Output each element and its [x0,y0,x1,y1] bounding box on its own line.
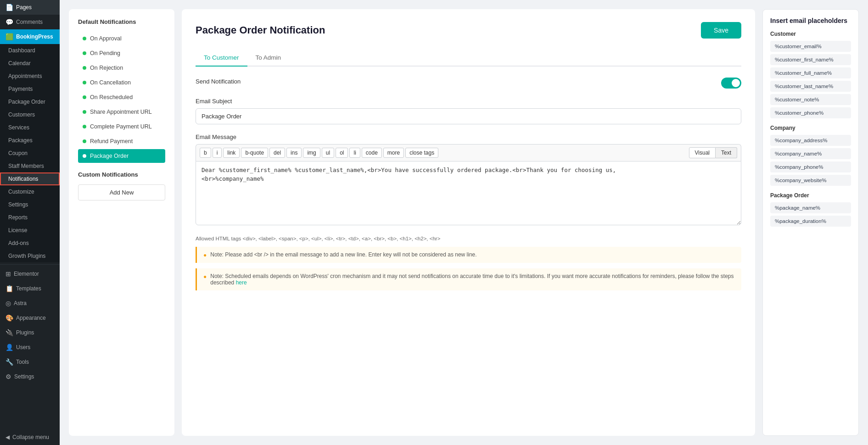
sidebar-item-dashboard[interactable]: Dashboard [0,44,60,57]
placeholders-title: Insert email placeholders [770,17,851,24]
toolbar-btn-li[interactable]: li [349,148,360,158]
bookingpress-icon: 🟩 [6,33,13,40]
toolbar-btn-more[interactable]: more [383,148,404,158]
sidebar-item-customers[interactable]: Customers [0,108,60,121]
notif-item-on-rejection[interactable]: On Rejection [78,61,165,75]
notif-item-complete-payment-url[interactable]: Complete Payment URL [78,120,165,134]
collapse-menu-btn[interactable]: ◀ Collapse menu [0,429,60,445]
sidebar-item-customize[interactable]: Customize [0,185,60,198]
notif-item-package-order[interactable]: Package Order [78,149,165,163]
templates-icon: 📋 [6,285,13,292]
notif-dot-on-cancellation [83,81,86,84]
sidebar-item-settings-bottom[interactable]: ⚙ Settings [0,369,60,384]
notif-item-on-cancellation[interactable]: On Cancellation [78,76,165,89]
toolbar-btn-bquote[interactable]: b-quote [241,148,268,158]
sidebar-item-templates[interactable]: 📋 Templates [0,281,60,296]
placeholder-customer-note[interactable]: %customer_note% [770,94,851,105]
tab-to-customer[interactable]: To Customer [196,50,247,67]
save-button[interactable]: Save [701,22,741,39]
send-notification-toggle[interactable] [721,78,741,89]
toolbar-btn-ins[interactable]: ins [286,148,302,158]
notif-item-on-rescheduled[interactable]: On Rescheduled [78,90,165,104]
placeholder-customer-phone[interactable]: %customer_phone% [770,107,851,118]
send-notification-row: Send Notification [196,78,741,89]
sidebar-item-appearance[interactable]: 🎨 Appearance [0,311,60,325]
sidebar-item-pages[interactable]: 📄 Pages [0,0,60,15]
toolbar-btn-del[interactable]: del [269,148,285,158]
send-notification-label: Send Notification [196,78,241,85]
notif-item-on-pending[interactable]: On Pending [78,46,165,60]
add-new-button[interactable]: Add New [78,184,165,200]
toolbar-btn-ol[interactable]: ol [336,148,348,158]
placeholders-panel: Insert email placeholders Customer %cust… [762,9,859,436]
placeholder-section-customer: Customer [770,31,851,37]
toolbar-btn-img[interactable]: img [303,148,320,158]
pages-icon: 📄 [6,4,13,11]
note-text-2: Note: Scheduled emails depends on WordPr… [210,273,735,286]
sidebar-item-license[interactable]: License [0,224,60,237]
toolbar-btn-close-tags[interactable]: close tags [405,148,438,158]
sidebar-item-addons[interactable]: Add-ons [0,237,60,250]
email-message-label: Email Message [196,134,741,140]
notification-tabs: To Customer To Admin [196,50,741,67]
notif-item-on-approval[interactable]: On Approval [78,32,165,45]
email-subject-label: Email Subject [196,98,741,105]
placeholder-company-phone[interactable]: %company_phone% [770,161,851,172]
panel-header: Package Order Notification Save [196,22,741,39]
sidebar-item-calendar[interactable]: Calendar [0,57,60,70]
sidebar-item-tools[interactable]: 🔧 Tools [0,355,60,369]
main-content: Default Notifications On Approval On Pen… [60,0,868,445]
note-icon-1: ● [203,252,207,258]
content-area: Default Notifications On Approval On Pen… [60,0,868,445]
plugins-icon: 🔌 [6,329,13,336]
placeholder-company-name[interactable]: %company_name% [770,148,851,159]
sidebar-item-appointments[interactable]: Appointments [0,70,60,83]
toolbar-btn-b[interactable]: b [200,148,211,158]
visual-tab[interactable]: Visual [689,147,716,158]
placeholder-section-package-order: Package Order [770,192,851,199]
sidebar-item-reports[interactable]: Reports [0,211,60,224]
placeholder-company-address[interactable]: %company_address% [770,135,851,146]
placeholder-package-duration[interactable]: %package_duration% [770,216,851,227]
placeholder-section-company: Company [770,125,851,131]
toolbar-btn-ul[interactable]: ul [322,148,334,158]
notif-item-refund-payment[interactable]: Refund Payment [78,134,165,148]
sidebar-item-elementor[interactable]: ⊞ Elementor [0,267,60,281]
collapse-icon: ◀ [6,434,10,440]
text-tab[interactable]: Text [716,147,737,158]
sidebar-item-services[interactable]: Services [0,121,60,134]
users-icon: 👤 [6,344,13,351]
placeholder-customer-first-name[interactable]: %customer_first_name% [770,54,851,65]
sidebar-item-staff-members[interactable]: Staff Members [0,160,60,172]
toolbar-btn-code[interactable]: code [362,148,382,158]
sidebar-item-users[interactable]: 👤 Users [0,340,60,355]
sidebar-item-packages[interactable]: Packages [0,134,60,147]
visual-text-tabs: Visual Text [689,147,737,158]
tab-to-admin[interactable]: To Admin [247,50,290,67]
sidebar-item-growth-plugins[interactable]: Growth Plugins [0,250,60,262]
page-title: Package Order Notification [196,24,325,36]
toolbar-btn-link[interactable]: link [223,148,240,158]
toolbar-btn-i[interactable]: i [213,148,222,158]
placeholder-company-website[interactable]: %company_website% [770,175,851,186]
sidebar-item-payments[interactable]: Payments [0,83,60,95]
placeholder-customer-last-name[interactable]: %customer_last_name% [770,81,851,92]
notif-dot-share-appointment-url [83,110,86,114]
sidebar-item-notifications[interactable]: Notifications [0,172,60,185]
email-subject-input[interactable] [196,108,741,124]
sidebar-item-comments[interactable]: 💬 Comments [0,15,60,29]
sidebar-item-coupon[interactable]: Coupon [0,147,60,160]
sidebar-item-package-order[interactable]: Package Order [0,95,60,108]
sidebar-item-bookingpress[interactable]: 🟩 BookingPress [0,29,60,44]
email-message-textarea[interactable]: Dear %customer_first_name% %customer_las… [196,161,741,225]
sidebar-item-plugins[interactable]: 🔌 Plugins [0,325,60,340]
sidebar-item-settings[interactable]: Settings [0,198,60,211]
sidebar-item-astra[interactable]: ◎ Astra [0,296,60,311]
placeholder-package-name[interactable]: %package_name% [770,202,851,213]
appearance-icon: 🎨 [6,314,13,322]
note-box-2: ● Note: Scheduled emails depends on Word… [196,268,741,290]
note-link[interactable]: here [236,279,247,286]
placeholder-customer-email[interactable]: %customer_email% [770,41,851,52]
notif-item-share-appointment-url[interactable]: Share Appointment URL [78,105,165,119]
placeholder-customer-full-name[interactable]: %customer_full_name% [770,67,851,78]
